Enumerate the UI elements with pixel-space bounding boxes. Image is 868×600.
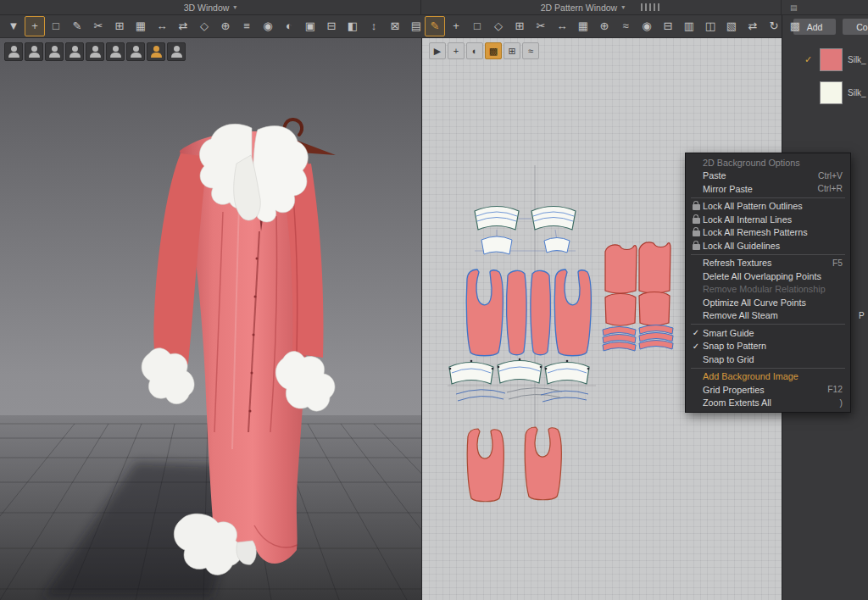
context-menu-item[interactable]: ✓ Delete All Overlapping Points — [686, 269, 850, 283]
viewport-3d[interactable] — [0, 38, 421, 600]
tool-button[interactable]: ⊠ — [385, 16, 405, 36]
context-menu-item[interactable]: ✓ Remove Modular Relationship — [686, 283, 850, 297]
tool-button[interactable]: ◇ — [194, 16, 214, 36]
tool-button[interactable]: ▼ — [3, 16, 24, 36]
tool-button[interactable]: ✎ — [425, 16, 445, 36]
mini-tool-glyph: ◐ — [472, 46, 478, 56]
fabric-item[interactable]: ✓ Silk_ — [782, 81, 868, 104]
drag-grip-icon[interactable] — [641, 3, 661, 11]
titlebar-2d-window[interactable]: 2D Pattern Window ▾ — [421, 0, 782, 14]
menu-item-label: Remove Modular Relationship — [703, 284, 836, 294]
chevron-down-icon[interactable]: ▾ — [621, 3, 625, 11]
contrast-toggle-icon[interactable]: ◐ — [466, 42, 483, 59]
context-menu-item[interactable]: ✓ Lock All Internal Lines — [686, 213, 850, 226]
hem-band-pieces[interactable] — [456, 388, 588, 402]
tool-button[interactable]: ◉ — [258, 16, 278, 36]
tool-button[interactable]: ⊞ — [109, 16, 130, 36]
fabric-label: Silk_ — [848, 88, 866, 97]
context-menu-item[interactable]: ✓ Snap to Grid — [686, 353, 850, 366]
avatar-figure-icon[interactable] — [45, 42, 64, 61]
context-menu-header: 2D Background Options — [686, 156, 850, 169]
tool-button[interactable]: ↔ — [552, 16, 572, 36]
tool-button[interactable]: ◫ — [700, 16, 721, 36]
fabric-item[interactable]: ✓ Silk_ — [782, 48, 868, 71]
fabric-swatch[interactable] — [820, 81, 843, 104]
tool-button[interactable]: ▦ — [131, 16, 151, 36]
context-menu-title: 2D Background Options — [703, 158, 843, 168]
context-menu-item[interactable]: ✓ Zoom Extents All ) — [686, 397, 850, 410]
context-menu-item[interactable]: ✓ Mirror Paste Ctrl+R — [686, 182, 850, 196]
person-body — [110, 53, 121, 58]
tool-button[interactable]: ⇄ — [743, 16, 763, 36]
tool-button[interactable]: ◉ — [637, 16, 657, 36]
bottom-pant-pieces[interactable] — [467, 427, 561, 502]
person-body — [131, 53, 142, 58]
steam-toggle-icon[interactable]: ≈ — [522, 42, 539, 59]
avatar-skin-icon[interactable] — [147, 42, 165, 61]
context-menu-items: ✓ Paste Ctrl+V ✓ Mirror Paste Ctrl+R ✓ — [686, 169, 850, 410]
tool-button[interactable]: ⇄ — [173, 16, 193, 36]
fabric-swatch[interactable] — [820, 48, 843, 71]
menu-item-label: Lock All Remesh Patterns — [703, 227, 836, 237]
person-head — [52, 46, 58, 52]
avatar-accessories-icon[interactable] — [126, 42, 145, 61]
pan-mode-icon[interactable]: + — [448, 42, 465, 59]
texture-toggle-icon[interactable]: ▩ — [485, 42, 502, 59]
tool-button[interactable]: ≡ — [236, 16, 257, 36]
tool-button[interactable]: + — [25, 16, 45, 36]
collar-band-pieces[interactable] — [475, 207, 576, 255]
titlebar-3d-window[interactable]: 3D Window ▾ — [0, 0, 421, 14]
tool-button[interactable]: ✎ — [67, 16, 87, 36]
avatar-measure-icon[interactable] — [167, 42, 186, 61]
tool-button[interactable]: ⊞ — [509, 16, 530, 36]
avatar-bust-icon[interactable] — [25, 42, 43, 61]
bodice-pieces[interactable] — [603, 242, 673, 351]
tool-button[interactable]: ⊕ — [594, 16, 615, 36]
tool-button[interactable]: □ — [467, 16, 487, 36]
tool-button[interactable]: ✂ — [531, 16, 551, 36]
tool-button[interactable]: ≈ — [615, 16, 636, 36]
context-menu-item[interactable]: ✓ Lock All Remesh Patterns — [686, 226, 850, 240]
tool-button[interactable]: ▥ — [679, 16, 699, 36]
tool-button[interactable]: ↻ — [764, 16, 784, 36]
tool-button[interactable]: ▧ — [721, 16, 742, 36]
tool-button[interactable]: ◇ — [488, 16, 509, 36]
box-select-tool-icon: □ — [53, 19, 59, 32]
tool-button[interactable]: ↕ — [364, 16, 384, 36]
context-menu-item[interactable]: ✓ Snap to Pattern — [686, 340, 850, 353]
tool-button[interactable]: □ — [46, 16, 66, 36]
panel-menu-icon[interactable]: ▤ — [790, 3, 798, 12]
avatar-shoes-icon[interactable] — [106, 42, 125, 61]
context-menu-item[interactable]: ✓ Optimize All Curve Points — [686, 296, 850, 309]
avatar-hair-icon[interactable] — [86, 42, 104, 61]
context-menu-item[interactable]: ✓ Lock All Pattern Outlines — [686, 200, 850, 214]
cuff-band-pieces[interactable] — [449, 358, 590, 384]
tool-button[interactable]: ✂ — [88, 16, 108, 36]
avatar-head-icon[interactable] — [65, 42, 84, 61]
mini-tool-glyph: ▩ — [489, 46, 498, 57]
grid-toggle-icon[interactable]: ⊞ — [504, 42, 520, 59]
context-menu-item[interactable]: ✓ Refresh Textures F5 — [686, 257, 850, 270]
tool-button[interactable]: ⊟ — [321, 16, 342, 36]
pant-pieces[interactable] — [466, 269, 591, 356]
context-menu-item[interactable]: ✓ Remove All Steam — [686, 309, 850, 323]
tool-button[interactable]: ▦ — [573, 16, 593, 36]
show-avatar-icon[interactable] — [4, 42, 23, 61]
context-menu-item[interactable]: ✓ Add Background Image — [686, 370, 850, 384]
chevron-down-icon[interactable]: ▾ — [233, 3, 236, 11]
tool-button[interactable]: ⊟ — [658, 16, 678, 36]
tool-button[interactable]: ◧ — [342, 16, 363, 36]
tool-button[interactable]: + — [446, 16, 466, 36]
context-menu-item[interactable]: ✓ Lock All Guidelines — [686, 239, 850, 253]
tool-button[interactable]: ▩ — [785, 16, 805, 36]
cursor-mode-icon[interactable]: ▶ — [429, 42, 446, 59]
context-menu-item[interactable]: ✓ Paste Ctrl+V — [686, 169, 850, 183]
context-menu-item[interactable]: ✓ Smart Guide — [686, 326, 850, 340]
tool-button[interactable]: ↔ — [152, 16, 172, 36]
copy-button[interactable]: Co — [843, 19, 868, 35]
context-menu-item[interactable]: ✓ Grid Properties F12 — [686, 383, 850, 397]
tool-button[interactable]: ◐ — [279, 16, 299, 36]
toolbar-2d: ✎ + □ ◇ ⊞ ✂ ↔ ▦ ⊕ ≈ — [421, 14, 782, 38]
tool-button[interactable]: ⊕ — [215, 16, 236, 36]
tool-button[interactable]: ▣ — [300, 16, 320, 36]
